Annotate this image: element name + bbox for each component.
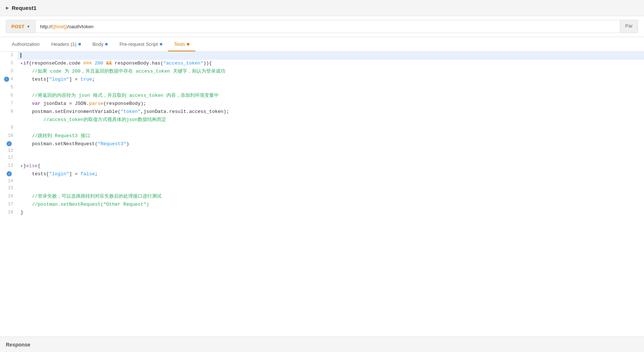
- line-content: //access_token的取值方式视具体的json数据结构而定: [18, 116, 644, 124]
- tab-pre-request-dot: [160, 43, 162, 45]
- comment: //access_token的取值方式视具体的json数据结构而定: [21, 117, 166, 122]
- line-content: postman.setNextRequest("Request3"): [18, 140, 644, 154]
- response-title: Response: [6, 342, 30, 348]
- code-text: tests[: [21, 77, 49, 82]
- method-selector[interactable]: POST ▼: [6, 20, 36, 33]
- table-row: i14 tests["login"] = false;: [0, 170, 644, 184]
- table-row: 6 //将返回的内容转为 json 格式，并且取到 access_token 内…: [0, 92, 644, 100]
- table-row: 12: [0, 154, 644, 162]
- operator: ===: [83, 60, 92, 66]
- code-text: )){: [203, 60, 212, 66]
- dropdown-icon: ▼: [26, 25, 30, 29]
- table-row: 17 //postman.setNextRequest("Other Reque…: [0, 201, 644, 209]
- code-text: ] =: [69, 77, 81, 82]
- code-text: tests[: [21, 171, 49, 177]
- code-table: 1 2 ▼if(responseCode.code === 200 && res…: [0, 52, 644, 217]
- string: "login": [49, 77, 69, 82]
- collapse-arrow-icon[interactable]: ▼: [21, 61, 22, 66]
- collapse-arrow-icon[interactable]: ▼: [21, 164, 22, 169]
- line-content: //将返回的内容转为 json 格式，并且取到 access_token 内容，…: [18, 92, 644, 100]
- line-number: 2: [0, 60, 18, 68]
- fn-name: parse: [89, 101, 103, 106]
- line-number: 15: [0, 185, 18, 193]
- tab-body[interactable]: Body: [87, 38, 114, 51]
- request-name: Request1: [12, 5, 37, 11]
- line-content: }: [18, 209, 644, 217]
- code-text: ): [126, 141, 129, 147]
- line-number: i11: [0, 140, 18, 154]
- method-label: POST: [11, 24, 24, 29]
- url-prefix: http://: [40, 24, 52, 29]
- line-number: 10: [0, 132, 18, 140]
- tab-headers-dot: [78, 43, 81, 45]
- code-text: postman.setEnvironmentVariable(: [21, 109, 121, 114]
- table-row: 18 }: [0, 209, 644, 217]
- collapse-icon[interactable]: ▶: [6, 6, 9, 10]
- line-number: 9: [0, 124, 18, 132]
- request-panel: ▶ Request1 POST ▼ http://{{host}}/oauth/…: [0, 0, 644, 352]
- tab-tests-dot: [187, 43, 189, 45]
- info-icon: i: [4, 77, 9, 82]
- tab-headers-label: Headers (1): [51, 41, 77, 47]
- code-text: ,jsonData.result.access_token);: [141, 109, 229, 114]
- info-icon: i: [7, 141, 12, 146]
- line-number: 7: [0, 100, 18, 108]
- line-content: [18, 185, 644, 193]
- code-text: }: [21, 210, 23, 215]
- comment: //登录失败，可以选择跳转到对应失败后的处理接口进行测试: [21, 194, 162, 199]
- operator: &&: [106, 60, 112, 66]
- line-number: i4: [0, 76, 18, 84]
- code-text: responseBody.has(: [112, 60, 163, 66]
- line-content: var jsonData = JSON.parse(responseBody);: [18, 100, 644, 108]
- code-text: postman.setNextRequest(: [21, 141, 98, 147]
- tab-headers[interactable]: Headers (1): [45, 38, 87, 51]
- tabs-bar: Authorization Headers (1) Body Pre-reque…: [0, 37, 644, 52]
- code-text: jsonData = JSON.: [41, 101, 89, 106]
- line-content: [18, 52, 644, 60]
- keyword: false: [81, 171, 95, 177]
- request-title-bar: ▶ Request1: [0, 0, 644, 16]
- line-content: //跳转到 Request3 接口: [18, 132, 644, 140]
- code-text: [103, 60, 106, 66]
- line-number: i14: [0, 170, 18, 184]
- line-content: [18, 124, 644, 132]
- code-text: [21, 101, 32, 106]
- line-number: [0, 116, 18, 124]
- table-row: 3 //如果 code 为 200，并且返回的数据中存在 access_toke…: [0, 68, 644, 76]
- url-bar: POST ▼ http://{{host}}/oauth/token Par: [0, 16, 644, 37]
- table-row: 5: [0, 84, 644, 92]
- par-button[interactable]: Par: [620, 20, 638, 33]
- table-row: i4 tests["login"] = true;: [0, 76, 644, 84]
- comment: //将返回的内容转为 json 格式，并且取到 access_token 内容，…: [21, 93, 219, 98]
- table-row: i11 postman.setNextRequest("Request3"): [0, 140, 644, 154]
- code-editor[interactable]: 1 2 ▼if(responseCode.code === 200 && res…: [0, 52, 644, 337]
- table-row: 2 ▼if(responseCode.code === 200 && respo…: [0, 60, 644, 68]
- table-row: 13 ▼}else{: [0, 162, 644, 170]
- url-display[interactable]: http://{{host}}/oauth/token: [36, 20, 620, 33]
- line-number: 17: [0, 201, 18, 209]
- comment: //postman.setNextRequest("Other Request"…: [21, 202, 149, 207]
- line-content: tests["login"] = false;: [18, 170, 644, 184]
- table-row: 15: [0, 185, 644, 193]
- line-content: [18, 84, 644, 92]
- line-content: tests["login"] = true;: [18, 76, 644, 84]
- response-section: Response: [0, 337, 644, 352]
- code-text: (responseCode.code: [29, 60, 83, 66]
- code-text: ] =: [69, 171, 81, 177]
- line-number: 18: [0, 209, 18, 217]
- keyword: var: [32, 101, 40, 106]
- line-content: ▼if(responseCode.code === 200 && respons…: [18, 60, 644, 68]
- line-content: //登录失败，可以选择跳转到对应失败后的处理接口进行测试: [18, 193, 644, 201]
- tab-tests[interactable]: Tests: [168, 38, 195, 51]
- table-row: 8 postman.setEnvironmentVariable("token"…: [0, 108, 644, 116]
- code-text: ;: [95, 171, 98, 177]
- tab-pre-request[interactable]: Pre-request Script: [114, 38, 168, 51]
- line-number: 1: [0, 52, 18, 60]
- table-row: //access_token的取值方式视具体的json数据结构而定: [0, 116, 644, 124]
- tab-tests-label: Tests: [174, 41, 185, 47]
- line-number: 3: [0, 68, 18, 76]
- tab-authorization[interactable]: Authorization: [6, 38, 45, 51]
- table-row: 9: [0, 124, 644, 132]
- string: "access_token": [163, 60, 203, 66]
- code-text: ;: [92, 77, 95, 82]
